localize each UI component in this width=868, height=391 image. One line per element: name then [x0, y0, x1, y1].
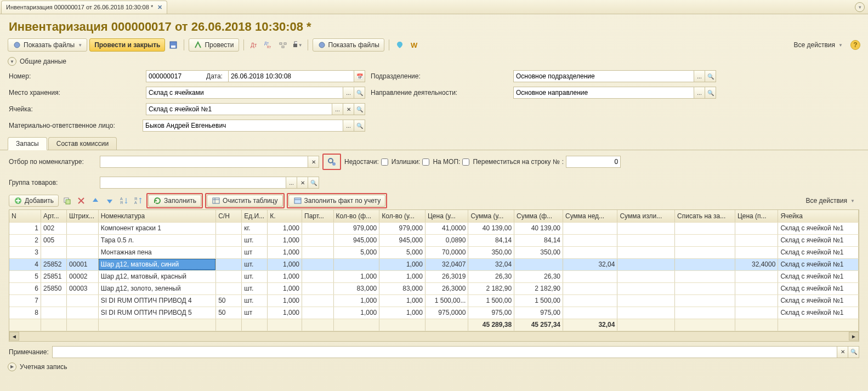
- select-icon[interactable]: ...: [343, 120, 354, 132]
- table-cell[interactable]: 25851: [41, 270, 67, 282]
- table-cell[interactable]: 25852: [41, 258, 67, 270]
- table-cell[interactable]: Склад с ячейкой №1: [778, 307, 859, 319]
- table-cell[interactable]: Склад с ячейкой №1: [778, 234, 859, 246]
- table-cell[interactable]: 1,000: [379, 294, 426, 307]
- table-cell[interactable]: 002: [41, 222, 67, 234]
- column-header[interactable]: N: [9, 210, 41, 222]
- table-cell[interactable]: [563, 282, 617, 294]
- table-cell[interactable]: 1 500,00...: [425, 294, 468, 307]
- on-mol-checkbox[interactable]: [462, 158, 469, 166]
- general-section-header[interactable]: ▼ Общие данные: [0, 55, 868, 68]
- table-cell[interactable]: 1,000: [333, 270, 379, 282]
- table-cell[interactable]: 32,0407: [425, 258, 468, 270]
- table-cell[interactable]: 32,04: [468, 258, 514, 270]
- add-row-button[interactable]: Добавить: [9, 195, 59, 207]
- table-cell[interactable]: 945,000: [333, 234, 379, 246]
- table-cell[interactable]: [216, 282, 242, 294]
- close-icon[interactable]: ✕: [157, 4, 162, 11]
- table-cell[interactable]: 26,3000: [425, 282, 468, 294]
- table-cell[interactable]: 975,00: [468, 307, 514, 319]
- surplus-checkbox[interactable]: [422, 158, 429, 166]
- table-cell[interactable]: шт.: [242, 282, 268, 294]
- scroll-left-icon[interactable]: ◄: [9, 332, 19, 341]
- column-header[interactable]: К.: [268, 210, 302, 222]
- table-cell[interactable]: [67, 234, 99, 246]
- clear-icon[interactable]: ✕: [297, 177, 308, 189]
- table-cell[interactable]: 50: [216, 307, 242, 319]
- table-cell[interactable]: [41, 307, 67, 319]
- table-cell[interactable]: [617, 294, 675, 307]
- table-cell[interactable]: 1: [9, 222, 41, 234]
- table-cell[interactable]: Склад с ячейкой №1: [778, 270, 859, 282]
- table-cell[interactable]: Шар д12, золото, зеленый: [98, 282, 215, 294]
- table-cell[interactable]: Склад с ячейкой №1: [778, 222, 859, 234]
- structure-icon[interactable]: [277, 39, 289, 51]
- table-cell[interactable]: 1,000: [268, 270, 302, 282]
- table-row[interactable]: 3Монтажная пенашт1,0005,0005,00070,00003…: [9, 246, 859, 258]
- table-cell[interactable]: Монтажная пена: [98, 246, 215, 258]
- table-cell[interactable]: 350,00: [514, 246, 563, 258]
- table-cell[interactable]: 1,000: [268, 258, 302, 270]
- table-cell[interactable]: Компонент краски 1: [98, 222, 215, 234]
- table-cell[interactable]: 005: [41, 234, 67, 246]
- show-files-button[interactable]: Показать файлы ▼: [8, 38, 87, 52]
- table-cell[interactable]: 1,000: [268, 234, 302, 246]
- debit-credit-icon[interactable]: Дт: [248, 39, 260, 51]
- table-cell[interactable]: 1,000: [333, 294, 379, 307]
- table-cell[interactable]: [675, 307, 735, 319]
- account-section-header[interactable]: ▶ Учетная запись: [0, 360, 868, 373]
- column-header[interactable]: Кол-во (у...: [379, 210, 426, 222]
- table-cell[interactable]: [67, 246, 99, 258]
- search-icon[interactable]: 🔍: [705, 70, 716, 82]
- table-cell[interactable]: [563, 222, 617, 234]
- table-cell[interactable]: 26,30: [514, 270, 563, 282]
- fill-button[interactable]: Заполнить: [148, 195, 201, 207]
- post-and-close-button[interactable]: Провести и закрыть: [89, 38, 165, 52]
- table-cell[interactable]: шт.: [242, 294, 268, 307]
- location-icon[interactable]: [394, 39, 406, 51]
- column-header[interactable]: Штрих...: [67, 210, 99, 222]
- table-cell[interactable]: [617, 246, 675, 258]
- table-cell[interactable]: 1,000: [268, 294, 302, 307]
- search-icon[interactable]: 🔍: [848, 346, 859, 358]
- table-cell[interactable]: [675, 234, 735, 246]
- table-cell[interactable]: [617, 270, 675, 282]
- table-row[interactable]: 62585000003Шар д12, золото, зеленыйшт.1,…: [9, 282, 859, 294]
- table-row[interactable]: 52585100002Шар д12, матовый, красныйшт.1…: [9, 270, 859, 282]
- column-header[interactable]: Номенклатура: [98, 210, 215, 222]
- date-input[interactable]: [228, 70, 354, 82]
- table-cell[interactable]: [333, 258, 379, 270]
- table-cell[interactable]: 2 182,90: [514, 282, 563, 294]
- table-cell[interactable]: [216, 246, 242, 258]
- table-cell[interactable]: [67, 294, 99, 307]
- table-cell[interactable]: 945,000: [379, 234, 426, 246]
- division-input[interactable]: [513, 70, 694, 82]
- table-cell[interactable]: 1,000: [379, 270, 426, 282]
- all-actions-button[interactable]: Все действия ▼: [790, 38, 847, 52]
- activity-input[interactable]: [513, 87, 694, 99]
- table-cell[interactable]: 975,00: [514, 307, 563, 319]
- table-cell[interactable]: [563, 294, 617, 307]
- tab-stocks[interactable]: Запасы: [8, 137, 47, 150]
- table-cell[interactable]: 979,000: [333, 222, 379, 234]
- fill-fact-button[interactable]: Заполнить факт по учету: [288, 195, 386, 207]
- table-cell[interactable]: [302, 307, 334, 319]
- table-cell[interactable]: шт.: [242, 234, 268, 246]
- tab-commission[interactable]: Состав комиссии: [48, 137, 117, 150]
- select-icon[interactable]: ...: [332, 103, 343, 115]
- table-cell[interactable]: 6: [9, 282, 41, 294]
- table-cell[interactable]: [675, 282, 735, 294]
- table-cell[interactable]: Шар д12, матовый, синий: [98, 258, 215, 270]
- table-cell[interactable]: Склад с ячейкой №1: [778, 246, 859, 258]
- column-header[interactable]: Сумма нед...: [563, 210, 617, 222]
- move-down-icon[interactable]: [104, 195, 116, 207]
- select-icon[interactable]: ...: [694, 70, 705, 82]
- clear-table-button[interactable]: Очистить таблицу: [207, 195, 283, 207]
- table-cell[interactable]: [302, 282, 334, 294]
- column-header[interactable]: С/Н: [216, 210, 242, 222]
- column-header[interactable]: Ячейка: [778, 210, 859, 222]
- table-cell[interactable]: шт: [242, 246, 268, 258]
- table-cell[interactable]: [735, 222, 778, 234]
- post-button[interactable]: Провести: [189, 38, 239, 52]
- nomenclature-filter-input[interactable]: [100, 156, 308, 168]
